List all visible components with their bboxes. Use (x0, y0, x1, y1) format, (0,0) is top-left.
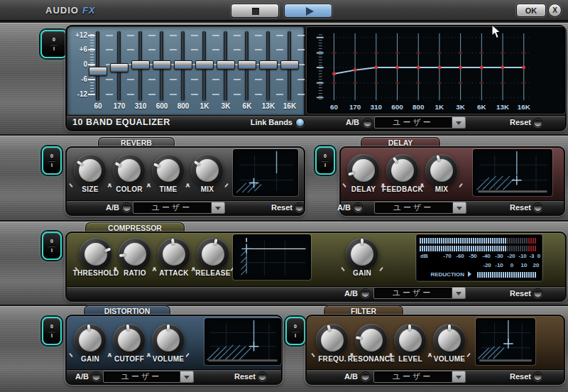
dropdown-arrow-icon[interactable] (452, 288, 465, 298)
meter-segment (435, 238, 436, 244)
meter-segment (490, 238, 491, 244)
eq-power-toggle[interactable]: 0 I (40, 30, 67, 58)
ok-button[interactable]: OK (516, 4, 546, 17)
reverb-power-toggle[interactable]: 0I (42, 146, 62, 175)
eq-slider-thumb[interactable] (174, 60, 192, 70)
meter-segment (490, 272, 491, 278)
eq-slider-thumb[interactable] (280, 60, 299, 70)
reset-button[interactable] (533, 288, 542, 298)
eq-slider-thumb[interactable] (259, 60, 278, 70)
eq-slider-thumb[interactable] (153, 60, 171, 70)
eq-slider-band-4[interactable]: 800 (174, 27, 192, 115)
delay-feedback-knob[interactable] (386, 154, 419, 187)
eq-slider-thumb[interactable] (195, 60, 214, 70)
eq-slider-band-9[interactable]: 16K (280, 27, 299, 115)
eq-slider-band-8[interactable]: 13K (259, 27, 278, 115)
meter-segment (452, 238, 453, 244)
compressor-ratio-knob[interactable] (119, 238, 151, 271)
meter-segment (509, 238, 510, 244)
compressor-power-toggle[interactable]: 0I (42, 232, 62, 260)
ab-toggle-button[interactable] (92, 371, 101, 381)
dropdown-arrow-icon[interactable] (180, 371, 193, 382)
meter-segment (435, 246, 436, 251)
filter-volume-knob[interactable] (433, 324, 466, 356)
filter-frequency-knob[interactable] (316, 324, 349, 356)
compressor-release-knob[interactable] (197, 238, 229, 271)
ab-toggle-button[interactable] (122, 202, 131, 212)
meter-segment (528, 246, 530, 251)
svg-text:800: 800 (413, 103, 425, 111)
compressor-gain-knob[interactable] (346, 238, 378, 271)
reset-button[interactable] (295, 202, 304, 212)
eq-slider-thumb[interactable] (217, 60, 235, 70)
meter-segment (456, 246, 457, 251)
knob-pointer (117, 236, 153, 272)
reverb-time-knob[interactable] (152, 154, 185, 187)
compressor-attack-knob[interactable] (158, 238, 190, 271)
distortion-volume-knob[interactable] (152, 324, 185, 356)
distortion-cutoff-knob[interactable] (113, 324, 146, 356)
preset-dropdown-delay[interactable]: ユーザー (374, 202, 466, 214)
meter-segment (501, 272, 502, 278)
eq-slider-thumb[interactable] (110, 63, 129, 72)
eq-band-label: 13K (258, 102, 279, 110)
dropdown-arrow-icon[interactable] (211, 202, 224, 213)
eq-slider-band-1[interactable]: 170 (110, 27, 129, 115)
dropdown-arrow-icon[interactable] (452, 117, 465, 128)
dropdown-arrow-icon[interactable] (452, 202, 466, 213)
filter-power-toggle[interactable]: 0I (285, 317, 305, 345)
delay-mix-knob[interactable] (425, 154, 458, 187)
reverb-mix-knob[interactable] (191, 154, 224, 187)
meter-segment (462, 246, 464, 251)
eq-slider-band-7[interactable]: 6K (238, 27, 256, 115)
eq-slider-thumb[interactable] (238, 60, 256, 70)
eq-slider-thumb[interactable] (131, 60, 150, 70)
meter-segment (466, 246, 468, 251)
distortion-gain-knob[interactable] (74, 324, 106, 356)
link-bands-led[interactable] (295, 118, 305, 127)
eq-slider-band-5[interactable]: 1K (195, 27, 214, 115)
preset-dropdown-distortion[interactable]: ユーザー (103, 371, 194, 383)
reset-button[interactable] (533, 371, 542, 381)
reset-button[interactable] (533, 118, 542, 127)
meter-segment (511, 246, 513, 251)
eq-band-label: 60 (87, 102, 109, 110)
meter-segment (426, 238, 427, 244)
preset-dropdown-eq[interactable]: ユーザー (374, 116, 466, 129)
eq-slider-thumb[interactable] (89, 67, 107, 76)
ab-toggle-button[interactable] (363, 118, 372, 127)
meter-segment (520, 272, 521, 278)
distortion-power-toggle[interactable]: 0I (42, 317, 62, 345)
close-button[interactable]: X (548, 4, 562, 17)
svg-text:1K: 1K (435, 103, 444, 111)
dropdown-arrow-icon[interactable] (452, 371, 465, 382)
ab-toggle-button[interactable] (361, 288, 370, 298)
stop-button[interactable] (231, 4, 279, 18)
meter-segment (518, 238, 519, 244)
play-button[interactable] (284, 4, 332, 18)
eq-slider-band-3[interactable]: 600 (153, 27, 171, 115)
compressor-display (233, 234, 311, 280)
meter-segment (535, 238, 536, 244)
meter-segment (437, 238, 438, 244)
preset-dropdown-filter[interactable]: ユーザー (373, 371, 466, 383)
compressor-threshold-knob[interactable] (80, 238, 112, 271)
preset-dropdown-compressor[interactable]: ユーザー (373, 287, 466, 299)
ab-toggle-button[interactable] (354, 202, 363, 212)
eq-slider-band-2[interactable]: 310 (131, 27, 150, 115)
filter-resonance-knob[interactable] (355, 324, 388, 356)
ab-label: A/B (62, 369, 89, 383)
preset-dropdown-reverb[interactable]: ユーザー (133, 202, 225, 214)
ab-toggle-button[interactable] (361, 371, 370, 381)
reset-button[interactable] (258, 371, 267, 381)
reset-button[interactable] (533, 202, 542, 212)
meter-segment (447, 246, 449, 251)
reverb-color-knob[interactable] (113, 154, 146, 187)
reverb-size-knob[interactable] (74, 154, 106, 187)
filter-level-knob[interactable] (394, 324, 427, 356)
eq-slider-band-0[interactable]: 60 (89, 27, 107, 115)
delay-power-toggle[interactable]: 0I (315, 146, 335, 175)
eq-slider-band-6[interactable]: 3K (217, 27, 235, 115)
knob-label: VOLUME (419, 355, 480, 363)
delay-time-knob[interactable] (347, 154, 380, 187)
